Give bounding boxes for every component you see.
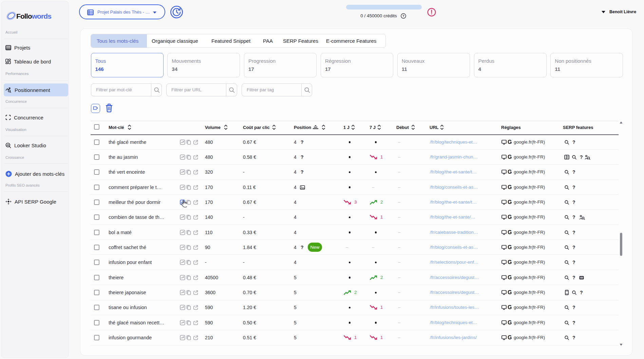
svg-text:?: ?	[402, 14, 404, 18]
